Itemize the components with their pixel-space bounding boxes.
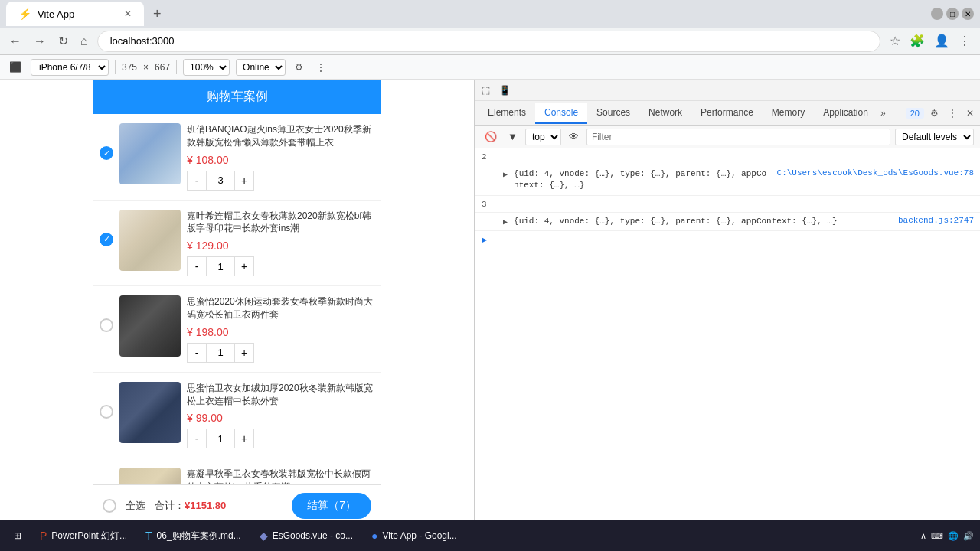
total-label: 合计：¥1151.80: [155, 499, 226, 513]
taskbar-app-esgoods[interactable]: ◆ EsGoods.vue - co...: [252, 523, 361, 548]
devtools-toggle-button[interactable]: ⬛: [6, 58, 24, 76]
viewport-separator: ×: [143, 62, 149, 73]
active-tab[interactable]: ⚡ Vite App ✕: [6, 2, 144, 26]
console-clear-button[interactable]: 🚫: [482, 129, 500, 144]
cart-item-price-4: ¥ 99.00: [187, 412, 374, 424]
qty-decrease-1[interactable]: -: [187, 171, 207, 191]
tab-elements[interactable]: Elements: [479, 103, 535, 124]
device-settings-icon[interactable]: ⚙: [292, 59, 306, 76]
cart-item-checkbox-3[interactable]: [100, 318, 113, 332]
cart-item-checkbox-4[interactable]: [100, 405, 113, 419]
devtools-more-icon[interactable]: ⋮: [945, 106, 960, 120]
minimize-button[interactable]: —: [931, 8, 943, 20]
console-filter-toggle[interactable]: ▼: [505, 129, 521, 144]
mobile-viewport: 购物车案例 班俏BANQIAO超火ins薄卫衣女士2020秋季新款韩版宽松慵懒风…: [0, 80, 475, 527]
network-tray-icon: 🌐: [948, 531, 959, 541]
tab-sources[interactable]: Sources: [587, 103, 639, 124]
console-top-select[interactable]: top: [525, 129, 561, 145]
cart-item-image-2: [119, 210, 181, 271]
powerpoint-icon: P: [40, 530, 47, 542]
taskbar-app-markdown[interactable]: T 06_购物车案例.md...: [138, 523, 249, 548]
devtools-panel: ⬚ 📱 Elements Console Sources Network Per…: [475, 80, 980, 527]
qty-increase-4[interactable]: +: [234, 429, 254, 448]
select-all-checkbox[interactable]: [103, 499, 116, 513]
devtools-inspect-icon[interactable]: ⬚: [479, 83, 493, 97]
console-row: 2: [475, 148, 980, 165]
reload-button[interactable]: ↻: [55, 31, 71, 51]
qty-input-1[interactable]: [207, 171, 234, 191]
qty-decrease-4[interactable]: -: [187, 429, 207, 448]
devtools-device-icon[interactable]: 📱: [496, 83, 514, 97]
console-prompt: ▶: [475, 231, 980, 249]
console-expand-toggle[interactable]: ▶: [503, 216, 508, 227]
home-button[interactable]: ⌂: [77, 31, 91, 51]
windows-icon: ⊞: [14, 530, 21, 541]
bookmark-icon[interactable]: ☆: [887, 31, 903, 51]
console-row: ▶ {uid: 4, vnode: {…}, type: {…}, parent…: [475, 165, 980, 196]
qty-increase-1[interactable]: +: [234, 171, 254, 191]
cart-item-checkbox-1[interactable]: [100, 146, 113, 160]
menu-icon[interactable]: ⋮: [956, 31, 974, 51]
qty-increase-2[interactable]: +: [234, 256, 254, 276]
checkout-button[interactable]: 结算（7）: [292, 493, 371, 519]
maximize-button[interactable]: □: [946, 8, 959, 20]
qty-input-3[interactable]: [207, 343, 234, 363]
console-input[interactable]: [492, 235, 974, 245]
device-more-icon[interactable]: ⋮: [312, 58, 329, 77]
console-row: ▶ {uid: 4, vnode: {…}, type: {…}, parent…: [475, 213, 980, 231]
devtools-tabs: Elements Console Sources Network Perform…: [475, 101, 980, 126]
qty-input-2[interactable]: [207, 256, 234, 276]
total-amount: ¥1151.80: [185, 500, 226, 511]
address-input[interactable]: [97, 31, 880, 52]
tab-performance[interactable]: Performance: [691, 103, 763, 124]
tab-close-button[interactable]: ✕: [124, 8, 132, 19]
cart-item-checkbox-2[interactable]: [100, 233, 113, 246]
tab-console[interactable]: Console: [535, 103, 587, 124]
taskbar-esgoods-label: EsGoods.vue - co...: [273, 530, 353, 541]
qty-increase-3[interactable]: +: [234, 343, 254, 363]
new-tab-button[interactable]: +: [147, 3, 168, 25]
browser-titlebar: ⚡ Vite App ✕ + — □ ✕: [0, 0, 980, 28]
console-level-select[interactable]: Default levels: [895, 129, 974, 145]
back-button[interactable]: ←: [6, 31, 24, 51]
tab-network[interactable]: Network: [639, 103, 691, 124]
cart-item-price-3: ¥ 198.00: [187, 326, 374, 338]
device-select[interactable]: iPhone 6/7/8: [31, 59, 109, 76]
product-image-placeholder: [119, 123, 181, 184]
more-tabs-icon[interactable]: »: [877, 106, 889, 120]
devtools-settings-icon[interactable]: ⚙: [927, 106, 942, 120]
cart-item-price-2: ¥ 129.00: [187, 240, 374, 252]
taskbar-app-powerpoint[interactable]: P PowerPoint 幻灯...: [32, 523, 135, 548]
console-row-file-link-2[interactable]: backend.js:2747: [898, 216, 974, 225]
taskbar-app-chrome[interactable]: ● Vite App - Googl...: [364, 523, 465, 548]
console-eye-icon[interactable]: 👁: [566, 129, 582, 144]
console-line-number: [482, 168, 497, 169]
cart-items: 班俏BANQIAO超火ins薄卫衣女士2020秋季新款韩版宽松慵懒风薄款外套带帽…: [93, 114, 381, 527]
extensions-icon[interactable]: 🧩: [906, 31, 928, 51]
qty-decrease-3[interactable]: -: [187, 343, 207, 363]
viewport-height: 667: [155, 62, 170, 73]
console-expand-toggle[interactable]: ▶: [503, 168, 508, 179]
tray-icons: ∧: [920, 531, 926, 541]
account-icon[interactable]: 👤: [931, 31, 952, 51]
devtools-close-icon[interactable]: ✕: [963, 106, 977, 120]
console-row-file-link[interactable]: C:\Users\escook\Desk_ods\EsGoods.vue:78: [777, 168, 974, 178]
tab-memory[interactable]: Memory: [763, 103, 814, 124]
cart-title: 购物车案例: [207, 90, 268, 103]
console-filter-input[interactable]: [586, 129, 890, 145]
console-prompt-arrow: ▶: [482, 234, 487, 246]
product-image-placeholder: [119, 382, 181, 443]
zoom-select[interactable]: 100%: [183, 59, 230, 76]
taskbar-start-button[interactable]: ⊞: [6, 523, 29, 548]
cart-item-qty-3: - +: [187, 343, 374, 363]
network-throttle-select[interactable]: Online: [236, 59, 286, 76]
console-row: 3: [475, 196, 980, 213]
qty-decrease-2[interactable]: -: [187, 256, 207, 276]
tab-label: Vite App: [38, 8, 74, 20]
close-button[interactable]: ✕: [962, 8, 974, 20]
forward-button[interactable]: →: [31, 31, 49, 51]
devtools-top-icons: ⬚ 📱: [475, 80, 980, 101]
tab-application[interactable]: Application: [814, 103, 877, 124]
cart-item-image-4: [119, 382, 181, 443]
qty-input-4[interactable]: [207, 429, 234, 448]
